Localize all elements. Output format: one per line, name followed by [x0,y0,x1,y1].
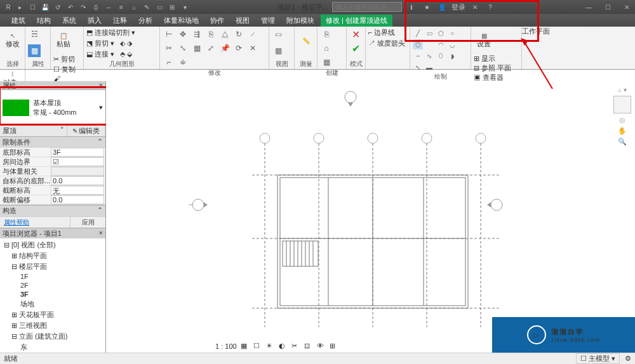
dropdown-icon[interactable]: ▾ [99,103,103,112]
related-mass-check[interactable] [51,167,104,176]
filter-icon[interactable]: ⚙ [625,354,631,363]
slope-arrow-button[interactable]: ↗ 坡度箭头 [368,39,405,48]
sync-icon[interactable]: ↺ [53,3,62,11]
user-icon[interactable]: 👤 [438,3,446,11]
align-icon[interactable]: ⊢ [163,28,175,41]
ref-plane-button[interactable]: ⊟ 参照 平面 [474,63,511,73]
cope-button[interactable]: ⬒ 连接端切割 ▾ [86,28,135,37]
boundary-button[interactable]: ⌐ 边界线 [368,28,395,37]
tab-annot[interactable]: 注释 [108,15,132,27]
group-icon[interactable]: ▦ [320,56,333,68]
switch-icon[interactable]: ▾ [180,3,189,11]
cut-button[interactable]: ✂ 剪切 [53,55,76,64]
apply-button[interactable]: 应用 [70,217,105,228]
paste-button[interactable]: 📋粘贴 [53,28,74,53]
tag-icon[interactable]: ⌂ [130,3,138,11]
construction-section[interactable]: 构造⌃ [0,205,105,216]
arc-center-icon[interactable]: ◠ [436,39,446,49]
pick-line-icon[interactable]: ⤡ [413,62,423,72]
cutoff-offset-value[interactable]: 0.0 [51,195,104,204]
edit-type-button[interactable]: ✎ 编辑类型 [67,126,105,136]
info-icon[interactable]: ℹ [407,3,416,11]
minimize-icon[interactable]: — [584,3,593,11]
tab-mass[interactable]: 体量和场地 [159,15,204,27]
align-icon[interactable]: ≡ [117,3,126,11]
tab-sys[interactable]: 系统 [57,15,81,27]
crop-show-icon[interactable]: ⊡ [304,342,313,351]
cutoff-level-value[interactable]: 无 [51,186,104,195]
family-icon[interactable]: ⌂ [320,42,333,55]
tab-arch[interactable]: 建筑 [6,15,30,27]
fillet-icon[interactable]: ⌢ [413,51,423,61]
exchange-icon[interactable]: ✕ [471,3,479,11]
drawing-canvas[interactable]: ⌂ ▾ ◎ ✋ 🔍 1 : 100 ▦ ☐ ☀ ◐ ✂ ⊡ 👁 ⊞ [106,81,635,353]
category-combo[interactable]: 屋顶 ˅ [0,126,67,136]
mirror-icon[interactable]: ⧋ [218,28,231,41]
cancel-icon[interactable]: ✕ [349,28,362,41]
measure-icon[interactable]: 📏 [297,28,314,53]
tab-modify-roof[interactable]: 修改 | 创建屋顶迹线 [321,15,392,27]
thin-icon[interactable]: ▭ [155,3,164,11]
inscribed-icon[interactable]: ⬡ [413,39,423,49]
close-panel-icon[interactable]: × [99,81,103,89]
star-icon[interactable]: ★ [422,3,431,11]
tab-analyze[interactable]: 分析 [133,15,157,27]
create-similar-icon[interactable]: ⎘ [320,28,333,41]
type-selector[interactable]: 基本屋顶 常规 - 400mm ▾ [0,90,105,125]
join-button[interactable]: ⬓ 连接 ▾ ⬘ ⬙ [86,49,132,59]
cut-geom-button[interactable]: ⬔ 剪切 ▾ ⬖ ⬗ [86,39,132,48]
elevation-marker-north[interactable] [341,88,360,107]
base-level-value[interactable]: 3F [51,148,104,157]
trim-icon[interactable]: ⟋ [246,28,259,41]
override-icon[interactable]: ▦ [272,44,284,57]
section-icon[interactable]: ✎ [142,3,151,11]
redo-icon[interactable]: ↷ [79,3,88,11]
visual-style-icon[interactable]: ☐ [253,342,262,351]
split-icon[interactable]: ✂ [163,42,175,55]
pin-icon[interactable]: 📌 [218,42,231,55]
nav-home-icon[interactable]: ⌂ ▾ [618,86,627,93]
shadow-icon[interactable]: ◐ [279,342,288,351]
offset-icon[interactable]: ⇶ [190,28,203,41]
tab-struct[interactable]: 结构 [32,15,56,27]
copy-button[interactable]: ☐ 复制 [53,65,76,74]
close-icon[interactable]: ✕ [622,3,631,11]
extend-icon[interactable]: ⤡ [177,42,189,55]
save-icon[interactable]: 💾 [41,3,50,11]
print-icon[interactable]: ⎙ [91,3,100,11]
search-input[interactable] [332,2,402,12]
scale-icon[interactable]: ⤢ [204,42,217,55]
constraints-section[interactable]: 限制条件⌃ [0,136,105,148]
corner-icon[interactable]: ⌐ [163,56,175,68]
tab-view[interactable]: 视图 [231,15,255,27]
undo-icon[interactable]: ↶ [66,3,75,11]
delete-icon[interactable]: ✕ [246,42,259,55]
nav-pan-icon[interactable]: ✋ [618,127,627,135]
pick-wall-icon[interactable]: ▬ [424,62,434,72]
help-icon[interactable]: ? [486,3,495,11]
close-hidden-icon[interactable]: ⊞ [168,3,177,11]
room-bounding-check[interactable]: ☑ [51,157,104,166]
tab-addin[interactable]: 附加模块 [281,15,319,27]
finish-icon[interactable]: ✔ [349,42,362,55]
detail-level-icon[interactable]: ▦ [241,342,250,351]
browser-tree[interactable]: ⊟ [0] 视图 (全部) ⊞ 结构平面 ⊟ 楼层平面 1F 2F 3F 场地 … [0,238,105,353]
poly-icon[interactable]: ⬠ [436,28,446,38]
show-wp-button[interactable]: ⊞ 显示 [474,54,511,63]
maximize-icon[interactable]: ☐ [603,3,612,11]
model-mode[interactable]: ☐ 主模型 ▾ [576,353,620,364]
tab-manage[interactable]: 管理 [256,15,280,27]
set-wp-button[interactable]: ▦设置 [474,28,494,53]
close-browser-icon[interactable]: × [99,229,103,238]
arc-tan-icon[interactable]: ◡ [447,39,457,49]
props-icon[interactable]: ☵ [28,28,41,41]
arc-start-icon[interactable]: ⌒ [424,39,434,49]
gap-icon[interactable]: ≑ [177,56,189,68]
view-cube[interactable] [613,96,631,114]
rotate-icon[interactable]: ↻ [232,28,245,41]
partial-ellipse-icon[interactable]: ◗ [447,51,457,61]
measure-icon[interactable]: ↔ [104,3,113,11]
tab-collab[interactable]: 协作 [205,15,229,27]
nav-zoom-icon[interactable]: 🔍 [618,138,627,146]
hide-isolate-icon[interactable]: 👁 [317,342,326,351]
